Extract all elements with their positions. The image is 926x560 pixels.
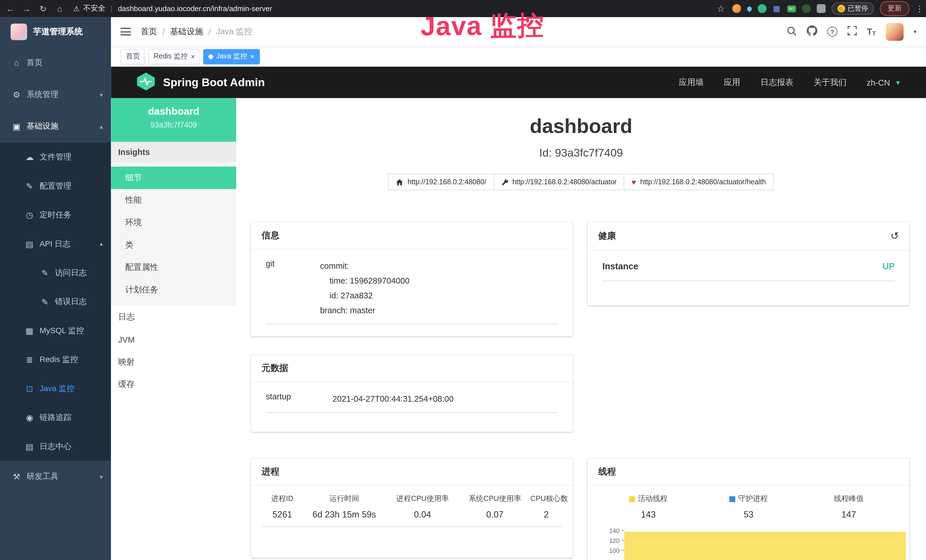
card-process: 进程 进程ID 5261 运行时间 6d 23h 15m 59s 进程CPU使用… bbox=[251, 459, 573, 558]
extensions-puzzle-icon[interactable] bbox=[817, 4, 825, 13]
card-metadata: 元数据 startup 2021-04-27T00:44:31.254+08:0… bbox=[251, 355, 573, 432]
cell-value: 6d 23h 15m 59s bbox=[303, 509, 386, 519]
column-header: CPU核心数 bbox=[530, 494, 562, 504]
sba-logo-icon bbox=[136, 73, 156, 92]
bookmark-star-icon[interactable]: ☆ bbox=[716, 3, 726, 14]
search-icon[interactable] bbox=[787, 26, 796, 37]
address-bar[interactable]: ⚠ 不安全 | dashboard.yudao.iocoder.cn/infra… bbox=[73, 3, 710, 14]
health-row-instance[interactable]: Instance UP bbox=[602, 261, 895, 281]
url-text[interactable]: dashboard.yudao.iocoder.cn/infra/admin-s… bbox=[118, 5, 272, 13]
sidebar-item-mysql-monitor[interactable]: ▦ MySQL 监控 bbox=[0, 316, 111, 345]
cell-value: 143 bbox=[598, 509, 698, 519]
close-icon[interactable]: × bbox=[191, 53, 195, 60]
help-icon[interactable]: ? bbox=[827, 27, 837, 36]
cell-value: 53 bbox=[698, 509, 799, 519]
home-icon bbox=[396, 178, 404, 186]
sba-menu-metrics[interactable]: 性能 bbox=[111, 189, 236, 212]
sba-menu-caches[interactable]: 缓存 bbox=[111, 374, 236, 396]
process-col-pid: 进程ID 5261 bbox=[262, 494, 303, 519]
info-line: branch: master bbox=[320, 303, 558, 318]
sba-menu-environment[interactable]: 环境 bbox=[111, 211, 236, 234]
sba-menu-scheduledtasks[interactable]: 计划任务 bbox=[111, 279, 236, 301]
app-logo[interactable]: 芋道管理系统 bbox=[0, 17, 111, 47]
github-icon[interactable] bbox=[806, 26, 817, 38]
extension-icon-on[interactable]: on bbox=[787, 5, 796, 12]
extension-icon-grid[interactable]: ▦ bbox=[772, 4, 781, 13]
back-icon[interactable]: ← bbox=[5, 4, 15, 13]
sidebar-item-scheduled-jobs[interactable]: ◷ 定时任务 bbox=[0, 200, 111, 229]
sba-nav-wallboard[interactable]: 应用墙 bbox=[679, 77, 704, 88]
sidebar-item-file-manage[interactable]: ☁ 文件管理 bbox=[0, 142, 111, 171]
browser-chrome: ← → ↻ ⌂ ⚠ 不安全 | dashboard.yudao.iocoder.… bbox=[0, 0, 926, 17]
sidebar-item-api-logs[interactable]: ▤ API 日志 ▴ bbox=[0, 229, 111, 258]
instance-link-actuator[interactable]: http://192.168.0.2:48080/actuator bbox=[493, 174, 624, 190]
metadata-key: startup bbox=[266, 392, 333, 407]
sba-brand[interactable]: Spring Boot Admin bbox=[136, 73, 265, 92]
sba-nav-applications[interactable]: 应用 bbox=[724, 77, 740, 88]
sba-menu-classes[interactable]: 类 bbox=[111, 234, 236, 256]
database-icon: ▦ bbox=[25, 326, 34, 335]
breadcrumb-separator: / bbox=[162, 27, 165, 36]
sidebar-item-label: Java 监控 bbox=[39, 383, 75, 394]
paused-label: 已暂停 bbox=[848, 4, 868, 13]
browser-home-icon[interactable]: ⌂ bbox=[54, 4, 65, 13]
extension-icon-plant[interactable] bbox=[802, 4, 811, 13]
sba-menu-logfile[interactable]: 日志 bbox=[111, 306, 236, 328]
card-title: 线程 bbox=[598, 466, 616, 477]
tab-java-monitor[interactable]: Java 监控 × bbox=[203, 49, 260, 64]
forward-icon[interactable]: → bbox=[21, 4, 32, 13]
sidebar-item-java-monitor[interactable]: ⊡ Java 监控 bbox=[0, 374, 111, 403]
user-avatar[interactable] bbox=[886, 23, 903, 41]
chart-plot-area bbox=[624, 525, 906, 555]
sidebar-item-infra[interactable]: ▣ 基础设施 ▴ bbox=[0, 110, 111, 142]
sba-menu-configprops[interactable]: 配置属性 bbox=[111, 256, 236, 279]
breadcrumb-current: Java 监控 bbox=[216, 26, 252, 37]
app-menu: ⌂ 首页 ⚙ 系统管理 ▾ ▣ 基础设施 ▴ ☁ 文件管理 ✎ 配置管 bbox=[0, 47, 111, 493]
sidebar-item-label: 首页 bbox=[27, 58, 42, 68]
instance-header[interactable]: dashboard 93a3fc7f7409 bbox=[111, 98, 236, 142]
sidebar-item-log-center[interactable]: ▤ 日志中心 bbox=[0, 432, 111, 461]
sidebar-item-home[interactable]: ⌂ 首页 bbox=[0, 47, 111, 79]
info-line: id: 27aa832 bbox=[320, 288, 558, 303]
sidebar-item-dev-tools[interactable]: ⚒ 研发工具 ▾ bbox=[0, 461, 111, 493]
locale-label: zh-CN bbox=[867, 77, 890, 87]
tab-home[interactable]: 首页 bbox=[120, 49, 145, 64]
sba-menu-jvm[interactable]: JVM bbox=[111, 328, 236, 351]
instance-link-root[interactable]: http://192.168.0.2:48080/ bbox=[388, 174, 494, 190]
sidebar-item-redis-monitor[interactable]: ≣ Redis 监控 bbox=[0, 345, 111, 374]
sidebar-item-config-manage[interactable]: ✎ 配置管理 bbox=[0, 171, 111, 200]
sba-navbar: Spring Boot Admin 应用墙 应用 日志报表 关于我们 zh-CN… bbox=[111, 67, 926, 98]
text-size-icon[interactable]: TT bbox=[867, 27, 876, 36]
extension-icon-drop[interactable] bbox=[746, 5, 752, 12]
reload-icon[interactable]: ↻ bbox=[38, 4, 48, 13]
sba-nav-journal[interactable]: 日志报表 bbox=[760, 77, 793, 88]
locale-select[interactable]: zh-CN ▼ bbox=[867, 77, 901, 87]
breadcrumb-home[interactable]: 首页 bbox=[141, 26, 157, 37]
security-label[interactable]: 不安全 bbox=[83, 3, 105, 14]
heart-icon: ♥ bbox=[631, 178, 636, 186]
sba-body: dashboard 93a3fc7f7409 Insights 细节 性能 环境… bbox=[111, 98, 926, 560]
extension-icon-fox[interactable] bbox=[732, 4, 741, 13]
sidebar-item-access-logs[interactable]: ✎ 访问日志 bbox=[0, 258, 111, 287]
browser-menu-icon[interactable]: ⋮ bbox=[915, 4, 921, 13]
tab-redis-monitor[interactable]: Redis 监控 × bbox=[148, 49, 200, 64]
extension-icon-green[interactable] bbox=[758, 4, 766, 13]
paused-badge[interactable]: ☺ 已暂停 bbox=[831, 2, 874, 15]
history-icon[interactable]: ↺ bbox=[890, 230, 899, 242]
page-instance-id: Id: 93a3fc7f7409 bbox=[236, 147, 926, 160]
avatar-caret-icon[interactable]: ▾ bbox=[914, 28, 916, 35]
tools-icon: ⚒ bbox=[12, 472, 21, 481]
breadcrumb-infra[interactable]: 基础设施 bbox=[170, 26, 203, 37]
hamburger-icon[interactable] bbox=[120, 28, 131, 35]
sidebar-item-error-logs[interactable]: ✎ 错误日志 bbox=[0, 287, 111, 316]
sba-menu-mappings[interactable]: 映射 bbox=[111, 351, 236, 374]
fullscreen-icon[interactable] bbox=[847, 26, 857, 37]
process-col-cpus: CPU核心数 2 bbox=[530, 494, 562, 519]
sidebar-item-system[interactable]: ⚙ 系统管理 ▾ bbox=[0, 79, 111, 110]
sba-menu-details[interactable]: 细节 bbox=[111, 166, 236, 189]
update-button[interactable]: 更新 bbox=[880, 1, 909, 16]
close-icon[interactable]: × bbox=[250, 53, 254, 60]
instance-link-health[interactable]: ♥ http://192.168.0.2:48080/actuator/heal… bbox=[624, 174, 773, 190]
sba-nav-about[interactable]: 关于我们 bbox=[813, 77, 846, 88]
sidebar-item-tracing[interactable]: ◉ 链路追踪 bbox=[0, 403, 111, 431]
